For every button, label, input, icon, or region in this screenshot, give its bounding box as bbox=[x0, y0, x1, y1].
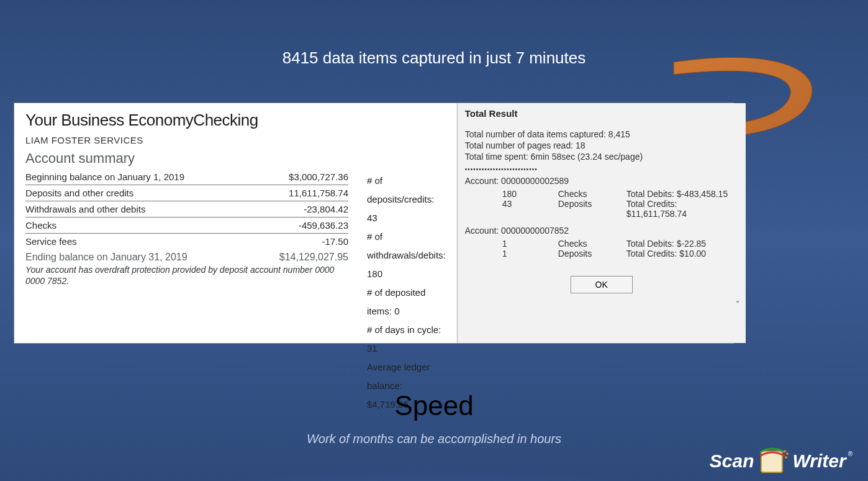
ending-value: $14,129,027.95 bbox=[279, 252, 348, 263]
row-label: Beginning balance on January 1, 2019 bbox=[25, 172, 184, 182]
chevron-down-icon[interactable]: ⌄ bbox=[733, 296, 742, 305]
amount: Total Debits: $-483,458.15 bbox=[626, 189, 738, 199]
scanwriter-logo: Scan Writer ® bbox=[710, 445, 853, 477]
amount: Total Credits: $10.00 bbox=[626, 249, 738, 259]
row-value: 11,611,758.74 bbox=[289, 188, 348, 198]
stat-withdrawals: # of withdrawals/debits: 180 bbox=[367, 227, 446, 283]
summary-table: Beginning balance on January 1, 2019 $3,… bbox=[25, 169, 348, 414]
side-stats: # of deposits/credits: 43 # of withdrawa… bbox=[367, 169, 446, 414]
statement-account-name: LIAM FOSTER SERVICES bbox=[25, 135, 446, 145]
row-label: Service fees bbox=[25, 236, 77, 247]
row-label: Checks bbox=[25, 220, 57, 231]
amount: Total Debits: $-22.85 bbox=[626, 239, 738, 249]
type: Deposits bbox=[558, 249, 626, 259]
result-line: Total time spent: 6min 58sec (23.24 sec/… bbox=[465, 151, 738, 162]
headline-text: 8415 data items captured in just 7 minut… bbox=[0, 48, 868, 68]
count: 43 bbox=[502, 199, 558, 219]
svg-point-1 bbox=[784, 450, 786, 452]
amount: Total Credits: $11,611,758.74 bbox=[626, 199, 738, 219]
row-value: -17.50 bbox=[322, 236, 348, 247]
row-value: $3,000,727.36 bbox=[289, 172, 348, 182]
account-header: Account: 00000000007852 bbox=[465, 225, 738, 236]
registered-mark: ® bbox=[848, 451, 852, 457]
count: 180 bbox=[502, 189, 558, 199]
slide-title: Speed bbox=[0, 390, 868, 421]
type: Checks bbox=[558, 239, 626, 249]
document-panel: Your Business EconomyChecking LIAM FOSTE… bbox=[14, 103, 734, 344]
summary-row: Deposits and other credits 11,611,758.74 bbox=[25, 185, 348, 201]
row-label: Deposits and other credits bbox=[25, 188, 133, 198]
row-value: -23,804.42 bbox=[304, 204, 348, 214]
row-value: -459,636.23 bbox=[299, 220, 348, 231]
stat-deposited-items: # of deposited items: 0 bbox=[367, 283, 446, 321]
account-block: 1 Checks Total Debits: $-22.85 1 Deposit… bbox=[465, 239, 738, 259]
result-title: Total Result bbox=[465, 107, 738, 122]
ending-label: Ending balance on January 31, 2019 bbox=[25, 252, 188, 263]
logo-left: Scan bbox=[710, 451, 754, 472]
svg-point-3 bbox=[785, 456, 787, 459]
summary-row: Service fees -17.50 bbox=[25, 234, 348, 249]
svg-point-2 bbox=[786, 452, 789, 455]
count: 1 bbox=[502, 239, 558, 249]
type: Checks bbox=[558, 189, 626, 199]
result-line: Total number of pages read: 18 bbox=[465, 140, 738, 151]
stat-deposits: # of deposits/credits: 43 bbox=[367, 172, 446, 227]
account-header: Account: 00000000002589 bbox=[465, 175, 738, 186]
summary-row: Checks -459,636.23 bbox=[25, 218, 348, 234]
result-panel: Total Result Total number of data items … bbox=[457, 103, 746, 343]
summary-row: Withdrawals and other debits -23,804.42 bbox=[25, 201, 348, 218]
divider-dots: •••••••••••••••••••••••••• bbox=[465, 166, 738, 173]
statement-title: Your Business EconomyChecking bbox=[25, 111, 446, 130]
result-line: Total number of data items captured: 8,4… bbox=[465, 129, 738, 140]
logo-mark-icon bbox=[756, 446, 790, 476]
count: 1 bbox=[502, 249, 558, 259]
overdraft-footnote: Your account has overdraft protection pr… bbox=[25, 264, 348, 286]
account-block: 180 Checks Total Debits: $-483,458.15 43… bbox=[465, 189, 738, 219]
ok-button[interactable]: OK bbox=[571, 276, 633, 293]
summary-row: Beginning balance on January 1, 2019 $3,… bbox=[25, 169, 348, 185]
row-label: Withdrawals and other debits bbox=[25, 204, 145, 214]
stat-days: # of days in cycle: 31 bbox=[367, 321, 446, 358]
statement-area: Your Business EconomyChecking LIAM FOSTE… bbox=[14, 103, 457, 343]
type: Deposits bbox=[558, 199, 626, 219]
logo-right: Writer bbox=[792, 451, 846, 472]
slide-subtitle: Work of months can be accomplished in ho… bbox=[0, 432, 868, 446]
summary-heading: Account summary bbox=[25, 150, 446, 167]
ending-balance-row: Ending balance on January 31, 2019 $14,1… bbox=[25, 249, 348, 263]
